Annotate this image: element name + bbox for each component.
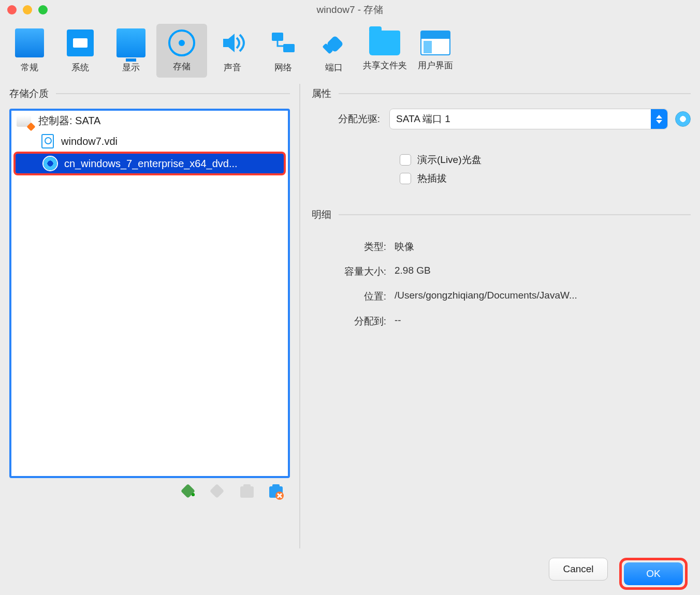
display-icon [116,28,145,57]
tab-label: 共享文件夹 [363,60,407,71]
tab-general[interactable]: 常规 [4,24,55,78]
tab-shared-folders[interactable]: 共享文件夹 [359,24,410,78]
tab-label: 网络 [274,62,292,73]
select-value: SATA 端口 1 [396,112,450,126]
chevron-updown-icon [651,109,667,129]
detail-attached-label: 分配到: [312,315,395,328]
storage-tree[interactable]: 控制器: SATA window7.vdi cn_windows_7_enter… [9,109,290,478]
tab-label: 存储 [173,61,191,72]
network-icon [269,28,298,57]
optical-disc-icon [43,157,57,170]
tab-user-interface[interactable]: 用户界面 [410,24,461,78]
window-controls [7,5,48,14]
disk-icon [168,29,195,56]
tab-label: 常规 [21,62,38,73]
svg-rect-9 [272,484,280,488]
tab-label: 系统 [71,62,89,73]
remove-attachment-button[interactable] [267,483,285,501]
detail-size-label: 容量大小: [312,265,395,278]
divider [339,93,691,94]
minimize-window-button[interactable] [23,5,32,14]
tab-storage[interactable]: 存储 [156,24,207,78]
dialog-footer: Cancel OK [0,548,700,590]
detail-location-row: 位置: /Users/gongzhiqiang/Documents/JavaW.… [312,290,691,303]
detail-location-value: /Users/gongzhiqiang/Documents/JavaW... [395,290,691,303]
svg-rect-7 [243,484,251,488]
hotplug-row: 热插拔 [400,172,691,185]
details-title: 明细 [312,208,339,221]
tab-display[interactable]: 显示 [106,24,156,78]
svg-rect-4 [181,484,195,498]
settings-toolbar: 常规 系统 显示 存储 声音 网络 端口 共享文件夹 用户界面 [0,20,700,78]
tab-label: 显示 [122,62,140,73]
storage-item-label: cn_windows_7_enterprise_x64_dvd... [64,158,238,170]
live-cd-checkbox[interactable] [400,154,411,166]
detail-attached-value: -- [395,315,691,328]
optical-drive-label: 分配光驱: [312,112,389,126]
tab-label: 声音 [224,62,241,73]
tab-system[interactable]: 系统 [55,24,106,78]
live-cd-row: 演示(Live)光盘 [400,153,691,167]
tab-label: 端口 [325,62,343,73]
tab-ports[interactable]: 端口 [309,24,359,78]
choose-disk-button[interactable] [675,111,691,127]
detail-location-label: 位置: [312,290,395,303]
window-title: window7 - 存储 [0,3,700,17]
attributes-panel: 属性 分配光驱: SATA 端口 1 演示(Live)光盘 热插拔 明细 [300,84,691,548]
tab-label: 用户界面 [418,60,453,71]
detail-type-value: 映像 [395,240,691,254]
live-cd-label: 演示(Live)光盘 [417,153,482,167]
tab-network[interactable]: 网络 [258,24,309,78]
storage-devices-title: 存储介质 [9,87,56,100]
ok-button-label: OK [646,568,660,579]
ok-highlight: OK [619,558,688,590]
folder-icon [369,31,400,55]
detail-size-row: 容量大小: 2.98 GB [312,265,691,278]
speaker-icon [218,28,247,57]
detail-size-value: 2.98 GB [395,265,691,278]
window-layout-icon [420,31,450,55]
optical-drive-row: 分配光驱: SATA 端口 1 [312,109,691,129]
hotplug-checkbox[interactable] [400,173,411,184]
cancel-button[interactable]: Cancel [549,558,608,581]
monitor-icon [15,28,44,57]
zoom-window-button[interactable] [38,5,48,14]
ok-button[interactable]: OK [624,562,683,585]
controller-label: 控制器: SATA [38,114,100,128]
detail-type-label: 类型: [312,240,395,254]
svg-rect-5 [210,484,224,498]
controller-icon [17,115,31,127]
main-content: 存储介质 控制器: SATA window7.vdi cn_windows_7_… [0,78,700,548]
cancel-button-label: Cancel [563,563,593,575]
tab-audio[interactable]: 声音 [207,24,258,78]
detail-type-row: 类型: 映像 [312,240,691,254]
controller-row[interactable]: 控制器: SATA [11,111,288,131]
storage-item-optical[interactable]: cn_windows_7_enterprise_x64_dvd... [13,152,286,175]
add-attachment-button [238,483,256,501]
svg-rect-1 [283,44,295,52]
attributes-title: 属性 [312,87,339,100]
storage-item-label: window7.vdi [61,136,118,147]
hotplug-label: 热插拔 [417,172,447,185]
storage-tree-toolbar [9,478,290,501]
chip-icon [66,28,95,57]
harddisk-icon [41,134,54,148]
svg-rect-0 [272,33,283,41]
plug-icon [319,28,348,57]
add-controller-button[interactable] [180,483,198,501]
storage-item-hdd[interactable]: window7.vdi [11,131,288,152]
optical-drive-select[interactable]: SATA 端口 1 [389,109,668,129]
close-window-button[interactable] [7,5,17,14]
storage-devices-panel: 存储介质 控制器: SATA window7.vdi cn_windows_7_… [9,84,299,548]
divider [339,214,691,215]
remove-controller-button [209,483,227,501]
divider [56,93,290,94]
titlebar: window7 - 存储 [0,0,700,20]
detail-attached-row: 分配到: -- [312,315,691,328]
